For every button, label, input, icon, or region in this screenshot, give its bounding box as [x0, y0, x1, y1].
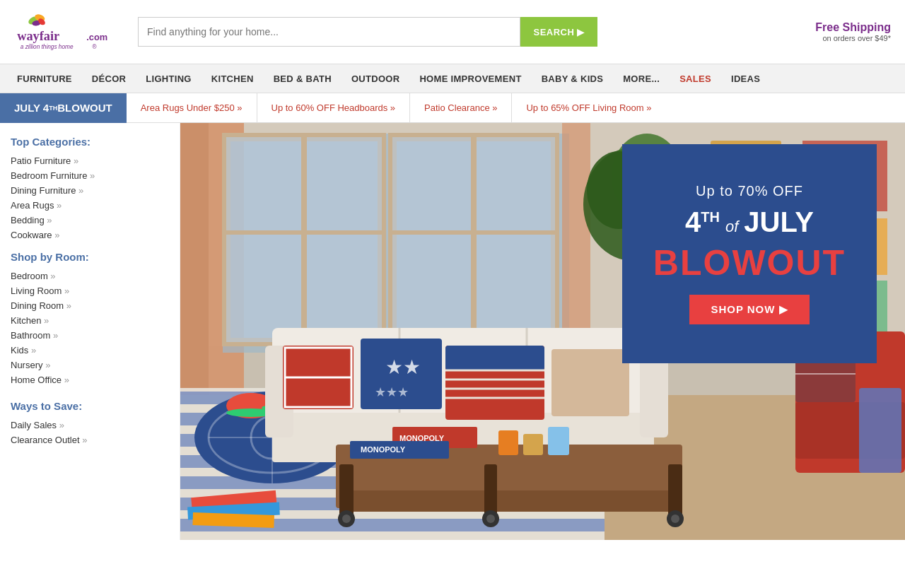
- sidebar-link-bathroom[interactable]: Bathroom: [11, 328, 169, 343]
- sidebar-link-area-rugs[interactable]: Area Rugs: [11, 198, 169, 213]
- svg-rect-65: [445, 346, 544, 370]
- svg-rect-70: [551, 349, 629, 416]
- promo-links: Area Rugs Under $250 » Up to 60% OFF Hea…: [127, 93, 905, 123]
- free-shipping: Free Shipping on orders over $49*: [764, 21, 891, 42]
- sidebar-link-clearance-outlet[interactable]: Clearance Outlet: [11, 433, 169, 447]
- nav-item-bed-bath[interactable]: BED & BATH: [264, 64, 341, 93]
- promo-link-headboards[interactable]: Up to 60% OFF Headboards »: [257, 93, 411, 123]
- svg-text:★★★: ★★★: [375, 385, 409, 399]
- promo-bar: JULY 4TH BLOWOUT Area Rugs Under $250 » …: [0, 93, 905, 123]
- sidebar-link-bedroom-furniture[interactable]: Bedroom Furniture: [11, 168, 169, 183]
- hero-area: ★★ ★★★: [180, 123, 905, 540]
- sidebar-link-patio-furniture[interactable]: Patio Furniture: [11, 153, 169, 168]
- sidebar-link-home-office[interactable]: Home Office: [11, 372, 169, 387]
- nav-item-baby-kids[interactable]: BABY & KIDS: [532, 64, 614, 93]
- sidebar-link-daily-sales[interactable]: Daily Sales: [11, 418, 169, 433]
- top-categories-title: Top Categories:: [11, 136, 169, 148]
- sidebar-link-living-room[interactable]: Living Room: [11, 283, 169, 298]
- main-content: Top Categories: Patio Furniture Bedroom …: [0, 123, 905, 540]
- shop-by-room-title: Shop by Room:: [11, 251, 169, 263]
- svg-rect-79: [484, 464, 497, 515]
- search-input[interactable]: [138, 17, 520, 47]
- promo-of: of: [725, 218, 738, 236]
- svg-rect-73: [339, 464, 354, 515]
- sidebar: Top Categories: Patio Furniture Bedroom …: [0, 123, 180, 540]
- svg-rect-11: [180, 123, 209, 416]
- search-button[interactable]: SEARCH: [520, 17, 597, 47]
- svg-point-77: [342, 514, 351, 523]
- svg-text:★★: ★★: [385, 356, 421, 378]
- sidebar-link-bedding[interactable]: Bedding: [11, 213, 169, 228]
- free-shipping-sub: on orders over $49*: [764, 34, 891, 42]
- promo-4th: 4TH: [685, 206, 720, 238]
- promo-headline: 4TH of JULY: [685, 206, 814, 238]
- nav-item-ideas[interactable]: IDEAS: [721, 64, 770, 93]
- promo-july: JULY: [744, 206, 814, 238]
- wayfair-logo[interactable]: wayfair .com a zillion things home ®: [14, 13, 124, 52]
- nav-item-home-improvement[interactable]: HOME IMPROVEMENT: [409, 64, 531, 93]
- sidebar-link-nursery[interactable]: Nursery: [11, 358, 169, 372]
- ways-to-save-title: Ways to Save:: [11, 400, 169, 412]
- free-shipping-title: Free Shipping: [764, 21, 891, 34]
- sidebar-link-bedroom[interactable]: Bedroom: [11, 269, 169, 283]
- nav-item-furniture[interactable]: FURNITURE: [7, 64, 82, 93]
- svg-text:MONOPOLY: MONOPOLY: [361, 445, 406, 454]
- svg-rect-86: [498, 430, 518, 455]
- svg-rect-74: [668, 464, 682, 515]
- nav-item-sales[interactable]: SALES: [670, 64, 721, 93]
- svg-text:.com: .com: [86, 31, 107, 42]
- svg-rect-87: [523, 434, 543, 455]
- svg-text:wayfair: wayfair: [17, 28, 59, 42]
- nav-item-decor[interactable]: DÉCOR: [82, 64, 136, 93]
- svg-rect-72: [350, 490, 672, 512]
- sidebar-link-kids[interactable]: Kids: [11, 343, 169, 358]
- header: wayfair .com a zillion things home ® SEA…: [0, 0, 905, 64]
- july-blowout-badge[interactable]: JULY 4TH BLOWOUT: [0, 93, 127, 123]
- promo-link-patio[interactable]: Patio Clearance »: [410, 93, 512, 123]
- svg-text:a zillion things home: a zillion things home: [21, 44, 74, 50]
- promo-link-living-room[interactable]: Up to 65% OFF Living Room »: [512, 93, 665, 123]
- svg-point-81: [486, 514, 495, 523]
- svg-point-78: [671, 514, 679, 523]
- promo-blowout: BLOWOUT: [653, 245, 846, 281]
- shop-now-button[interactable]: SHOP NOW: [689, 295, 809, 324]
- sidebar-link-kitchen[interactable]: Kitchen: [11, 313, 169, 328]
- svg-text:®: ®: [93, 44, 97, 50]
- logo-area: wayfair .com a zillion things home ®: [14, 13, 124, 52]
- search-area: SEARCH: [138, 17, 597, 47]
- nav-item-outdoor[interactable]: OUTDOOR: [341, 64, 410, 93]
- nav-item-kitchen[interactable]: KITCHEN: [202, 64, 264, 93]
- promo-up-to: Up to 70% OFF: [696, 183, 803, 199]
- hero-promo-box: Up to 70% OFF 4TH of JULY BLOWOUT SHOP N…: [622, 144, 877, 363]
- navbar: FURNITURE DÉCOR LIGHTING KITCHEN BED & B…: [0, 64, 905, 93]
- svg-rect-93: [859, 388, 901, 473]
- sidebar-link-dining-furniture[interactable]: Dining Furniture: [11, 183, 169, 198]
- nav-item-more[interactable]: MORE...: [613, 64, 670, 93]
- svg-rect-88: [548, 427, 569, 455]
- promo-link-rugs[interactable]: Area Rugs Under $250 »: [127, 93, 257, 123]
- sidebar-link-dining-room[interactable]: Dining Room: [11, 298, 169, 313]
- nav-item-lighting[interactable]: LIGHTING: [136, 64, 202, 93]
- sidebar-link-cookware[interactable]: Cookware: [11, 228, 169, 242]
